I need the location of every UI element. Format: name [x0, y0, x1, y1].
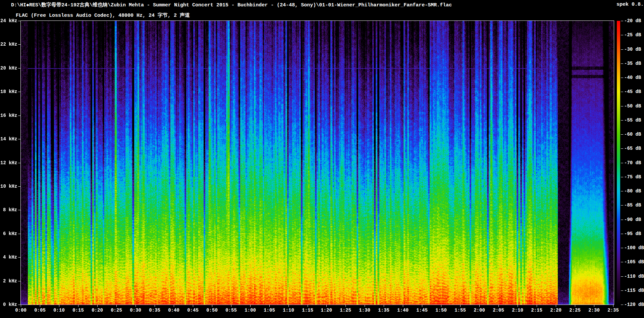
legend-tick — [621, 120, 623, 121]
legend-tick-label: -50 dB — [624, 104, 641, 108]
legend-tick — [621, 234, 623, 234]
time-tick-label: 0:50 — [201, 308, 223, 313]
legend-tick-label: -85 dB — [624, 203, 641, 208]
legend-tick — [621, 134, 623, 135]
legend-tick — [621, 220, 623, 220]
legend-tick — [621, 177, 623, 177]
legend-tick-label: -110 dB — [624, 274, 644, 279]
legend-tick — [621, 92, 623, 92]
time-tick — [212, 305, 212, 307]
spectrogram-canvas — [21, 21, 614, 305]
frequency-tick-label: 18 kHz — [0, 89, 17, 94]
frequency-tick — [18, 281, 20, 281]
time-tick-label: 1:50 — [430, 308, 452, 313]
legend-tick — [621, 78, 623, 78]
legend-tick — [621, 248, 623, 248]
time-tick-label: 1:20 — [316, 308, 337, 313]
frequency-tick — [18, 163, 20, 163]
time-tick-label: 1:10 — [278, 308, 299, 313]
frequency-tick-label: 0 kHz — [0, 302, 17, 307]
frequency-tick — [18, 92, 20, 92]
frequency-tick-label: 8 kHz — [0, 208, 17, 212]
time-tick — [288, 305, 289, 307]
legend-tick-label: -60 dB — [624, 132, 641, 137]
frequency-tick-label: 16 kHz — [0, 113, 17, 118]
legend-tick-label: -20 dB — [624, 18, 641, 23]
legend-tick — [621, 290, 623, 291]
frequency-tick — [18, 44, 20, 45]
legend-tick — [621, 35, 623, 35]
legend-tick-label: -65 dB — [624, 146, 641, 151]
time-tick — [613, 305, 613, 307]
legend-tick — [621, 305, 623, 305]
time-tick-label: 0:05 — [29, 308, 51, 313]
legend-tick-label: -120 dB — [624, 302, 644, 307]
time-tick-label: 2:30 — [583, 308, 605, 313]
time-tick — [21, 305, 21, 307]
file-path-title: D:\HI◆RES\数字母带24-192古典\维也纳\Zubin Mehta -… — [11, 2, 452, 8]
frequency-tick-label: 24 kHz — [0, 18, 17, 23]
legend-tick-label: -80 dB — [624, 189, 641, 193]
frequency-tick-label: 20 kHz — [0, 66, 17, 71]
frequency-tick — [18, 234, 20, 234]
time-tick-label: 1:15 — [297, 308, 318, 313]
frequency-tick — [18, 210, 20, 210]
time-tick-label: 2:10 — [507, 308, 528, 313]
frequency-tick — [18, 21, 20, 21]
frequency-tick-label: 12 kHz — [0, 161, 17, 165]
time-tick — [78, 305, 78, 307]
time-tick-label: 0:10 — [48, 308, 70, 313]
time-tick-label: 1:55 — [449, 308, 471, 313]
frequency-tick — [18, 186, 20, 187]
legend-tick-label: -45 dB — [624, 89, 641, 94]
time-tick — [326, 305, 327, 307]
time-tick-label: 0:35 — [144, 308, 165, 313]
time-tick — [594, 305, 594, 307]
time-tick — [384, 305, 384, 307]
time-tick — [441, 305, 441, 307]
frequency-tick-label: 10 kHz — [0, 184, 17, 189]
time-tick-label: 0:55 — [220, 308, 242, 313]
frequency-tick-label: 4 kHz — [0, 255, 17, 260]
time-tick-label: 2:15 — [526, 308, 547, 313]
time-tick — [250, 305, 251, 307]
time-tick-label: 2:35 — [602, 308, 624, 313]
legend-tick-label: -70 dB — [624, 161, 641, 165]
time-tick-label: 0:25 — [106, 308, 127, 313]
frequency-tick — [18, 68, 20, 69]
legend-tick-label: -35 dB — [624, 61, 641, 66]
legend-tick — [621, 163, 623, 163]
legend-tick-label: -100 dB — [624, 245, 644, 250]
legend-tick-label: -55 dB — [624, 118, 641, 123]
time-tick-label: 0:20 — [87, 308, 108, 313]
time-tick-label: 0:15 — [67, 308, 89, 313]
frequency-tick — [18, 257, 20, 258]
legend-colorbar — [617, 21, 620, 305]
legend-tick — [621, 63, 623, 64]
app-version-label: spek 0.8.2 — [616, 2, 644, 7]
time-tick — [136, 305, 136, 307]
legend-tick — [621, 205, 623, 206]
time-tick — [155, 305, 155, 307]
legend-tick-label: -90 dB — [624, 217, 641, 222]
time-tick — [308, 305, 308, 307]
legend-tick — [621, 49, 623, 50]
frequency-tick-label: 14 kHz — [0, 137, 17, 141]
legend-tick-label: -105 dB — [624, 260, 644, 264]
time-tick-label: 1:40 — [392, 308, 414, 313]
time-tick-label: 0:40 — [163, 308, 184, 313]
time-tick — [575, 305, 575, 307]
time-tick-label: 1:30 — [354, 308, 375, 313]
file-info: FLAC (Free Lossless Audio Codec), 48000 … — [16, 12, 190, 18]
legend-tick-label: -115 dB — [624, 288, 644, 293]
time-tick-label: 0:45 — [182, 308, 204, 313]
time-tick — [479, 305, 480, 307]
time-tick — [174, 305, 174, 307]
time-tick — [59, 305, 59, 307]
legend-tick — [621, 191, 623, 191]
time-tick-label: 2:25 — [564, 308, 586, 313]
time-tick — [231, 305, 231, 307]
time-tick — [460, 305, 461, 307]
legend-tick-label: -30 dB — [624, 47, 641, 52]
spectrogram-frame — [20, 20, 614, 305]
